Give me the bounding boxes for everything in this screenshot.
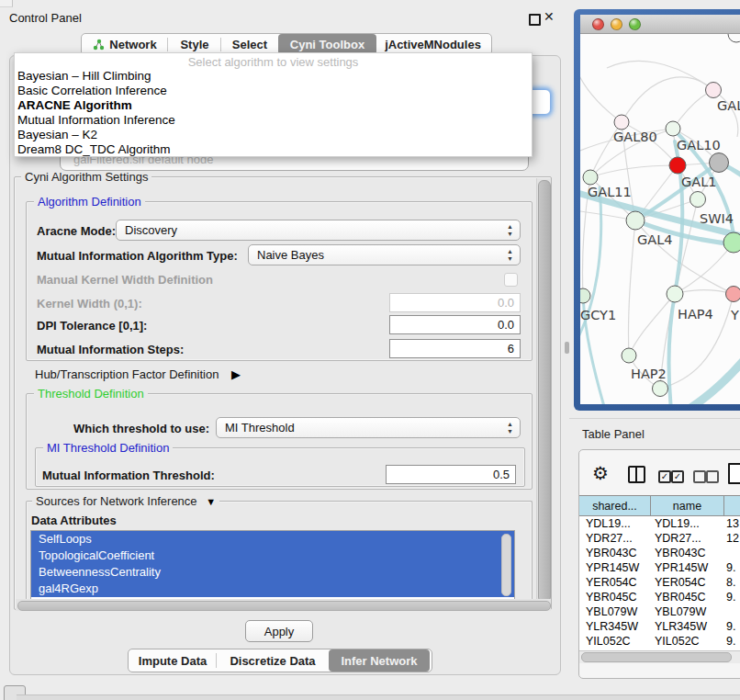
table-cell[interactable]: YLR345W <box>579 620 651 633</box>
column-header-clipped[interactable] <box>724 496 740 515</box>
panel-divider-grip[interactable] <box>565 342 569 354</box>
table-row[interactable]: YLR345WYLR345W9. <box>579 619 740 634</box>
network-window-titlebar[interactable] <box>580 15 740 34</box>
table-cell[interactable]: YBL079W <box>651 605 723 618</box>
mi-type-combobox[interactable]: Naive Bayes ▲▼ <box>248 244 521 265</box>
data-attributes-list[interactable]: SelfLoopsTopologicalCoefficientBetweenne… <box>30 530 515 600</box>
dpi-tolerance-field[interactable]: 0.0 <box>389 315 521 334</box>
columns-icon[interactable] <box>628 466 645 483</box>
network-node-HAP2[interactable] <box>622 348 636 363</box>
table-cell[interactable]: 9. <box>723 620 735 633</box>
table-cell[interactable]: YER054C <box>579 576 651 589</box>
table-row[interactable]: YER054CYER054C8. <box>579 575 740 590</box>
aracne-mode-combobox[interactable]: Discovery ▲▼ <box>116 220 521 241</box>
table-cell[interactable]: 9. <box>723 635 735 648</box>
algorithm-option[interactable]: ARACNE Algorithm <box>15 98 532 113</box>
table-cell[interactable]: YDR27... <box>579 532 651 545</box>
attributes-scrollbar-thumb[interactable] <box>501 534 511 596</box>
algorithm-option[interactable]: Dream8 DC_TDC Algorithm <box>15 142 532 157</box>
table-row[interactable]: YIL052CYIL052C9. <box>579 634 740 649</box>
collapse-down-icon[interactable]: ▼ <box>206 496 216 507</box>
table-cell[interactable]: 9. <box>723 561 735 574</box>
network-node-GAL80[interactable] <box>614 115 629 130</box>
expand-right-icon[interactable]: ▶ <box>231 367 241 381</box>
network-node-HAP4[interactable] <box>667 286 683 302</box>
network-node-SWI4[interactable] <box>690 192 706 208</box>
network-node-Y[interactable] <box>726 287 740 302</box>
algorithm-option[interactable]: Bayesian – Hill Climbing <box>15 69 532 84</box>
table-cell[interactable]: YIL052C <box>651 635 723 648</box>
close-traffic-light[interactable] <box>592 18 604 30</box>
table-cell[interactable]: YBR045C <box>579 591 651 604</box>
deselect-checkbox-icon[interactable] <box>693 470 706 483</box>
algorithm-option[interactable]: Bayesian – K2 <box>15 128 532 142</box>
column-header-name[interactable]: name <box>651 496 724 515</box>
data-attribute-item[interactable]: BetweennessCentrality <box>31 564 514 581</box>
kernel-width-field[interactable]: 0.0 <box>389 293 521 312</box>
apply-button[interactable]: Apply <box>245 620 313 642</box>
settings-hscrollbar-thumb[interactable] <box>17 601 551 611</box>
zoom-traffic-light[interactable] <box>629 18 641 30</box>
table-body[interactable]: YDL19...YDL19...13YDR27...YDR27...12YBR0… <box>579 516 740 650</box>
network-node-GAL[interactable] <box>706 83 722 98</box>
mi-threshold-field[interactable]: 0.5 <box>386 465 516 484</box>
which-threshold-combobox[interactable]: MI Threshold ▲▼ <box>216 417 521 438</box>
table-cell[interactable]: 9. <box>723 591 735 604</box>
network-node-GAL10[interactable] <box>666 121 680 136</box>
table-row[interactable]: YDL19...YDL19...13 <box>579 516 740 531</box>
settings-scrollbar-thumb[interactable] <box>538 180 551 603</box>
network-node-GAL11[interactable] <box>583 170 598 185</box>
column-header-shared[interactable]: shared... <box>579 496 651 515</box>
tab-infer-network[interactable]: Infer Network <box>329 649 430 672</box>
network-node-GAL4[interactable] <box>626 211 645 230</box>
float-window-icon[interactable] <box>529 14 541 26</box>
manual-kernel-checkbox[interactable] <box>504 273 518 287</box>
network-node[interactable] <box>723 232 740 253</box>
network-canvas[interactable]: GALGAL80GAL10GAL1GAL11SWI4GAL4GCY1HAP4YH… <box>580 34 740 404</box>
select-all-checkbox-icon[interactable]: ✓ <box>671 470 684 483</box>
data-attribute-item[interactable]: SelfLoops <box>31 531 514 548</box>
data-attribute-item[interactable]: gal4RGexp <box>31 581 514 597</box>
network-node[interactable] <box>653 381 668 397</box>
tab-impute-data[interactable]: Impute Data <box>129 649 217 672</box>
table-row[interactable]: YDR27...YDR27...12 <box>579 531 740 546</box>
document-icon[interactable] <box>728 463 740 484</box>
network-node[interactable] <box>728 34 740 42</box>
table-hscrollbar-thumb[interactable] <box>581 652 732 662</box>
table-row[interactable]: YBL079WYBL079W <box>579 604 740 619</box>
tab-discretize-data[interactable]: Discretize Data <box>217 649 329 672</box>
network-node-GAL1[interactable] <box>669 157 686 174</box>
table-cell[interactable]: YPR145W <box>579 561 651 574</box>
gear-icon[interactable]: ⚙ <box>592 462 609 484</box>
algorithm-option[interactable]: Mutual Information Inference <box>15 113 532 128</box>
table-cell[interactable]: 8. <box>723 576 735 589</box>
close-icon[interactable]: ✕ <box>544 9 555 24</box>
algorithm-option[interactable]: Basic Correlation Inference <box>15 84 532 98</box>
table-cell[interactable]: YIL052C <box>579 635 651 648</box>
table-cell[interactable]: 12 <box>723 532 739 545</box>
mi-steps-field[interactable]: 6 <box>389 339 521 358</box>
network-node-GCY1[interactable] <box>580 288 590 303</box>
table-row[interactable]: YBR045CYBR045C9. <box>579 590 740 604</box>
network-tab-icon <box>93 39 105 51</box>
table-cell[interactable]: YBL079W <box>579 605 651 618</box>
table-cell[interactable]: YBR043C <box>579 547 651 559</box>
deselect-checkbox-icon[interactable] <box>706 470 719 483</box>
table-cell[interactable]: YDR27... <box>651 532 723 545</box>
table-cell[interactable]: YPR145W <box>651 561 723 574</box>
table-cell[interactable]: 13 <box>723 517 739 530</box>
table-cell[interactable]: YBR043C <box>651 547 723 559</box>
table-cell[interactable]: YER054C <box>651 576 723 589</box>
table-row[interactable]: YPR145WYPR145W9. <box>579 560 740 575</box>
network-node[interactable] <box>710 153 729 173</box>
select-all-checkbox-icon[interactable]: ✓ <box>658 470 671 483</box>
table-row[interactable]: YBR043CYBR043C <box>579 546 740 560</box>
data-attribute-item[interactable]: TopologicalCoefficient <box>31 548 514 564</box>
table-cell[interactable]: YBR045C <box>651 591 723 604</box>
hub-definition-expander[interactable]: Hub/Transcription Factor Definition ▶ <box>35 367 241 381</box>
table-cell[interactable]: YDL19... <box>651 517 723 530</box>
table-cell[interactable]: YLR345W <box>651 620 723 633</box>
tab-label: Network <box>109 38 156 51</box>
minimize-traffic-light[interactable] <box>611 18 622 30</box>
table-cell[interactable]: YDL19... <box>579 517 651 530</box>
